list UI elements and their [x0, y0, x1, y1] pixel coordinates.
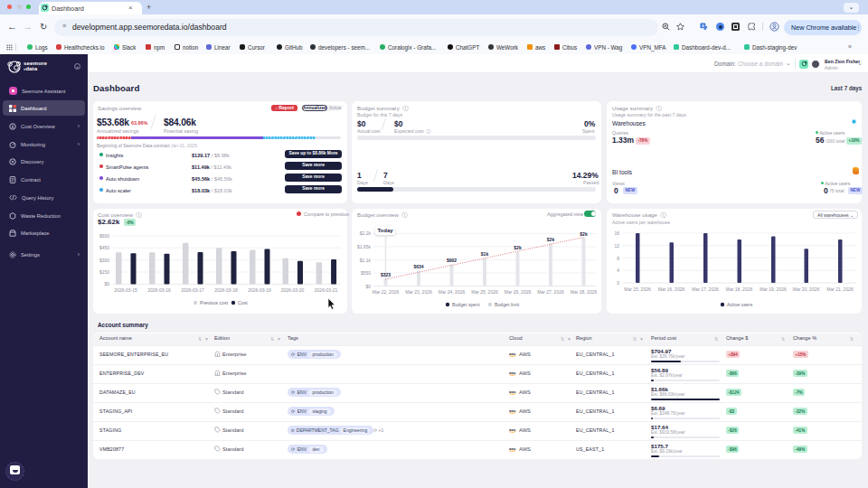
svg-text:a: a [702, 23, 704, 28]
svg-text:16: 16 [614, 230, 619, 236]
svg-text:0: 0 [617, 280, 619, 286]
svg-text:Budget limit: Budget limit [495, 302, 520, 307]
svg-text:aws: aws [509, 427, 516, 432]
svg-text:$634: $634 [413, 264, 423, 269]
svg-text:Mar 16, 2026: Mar 16, 2026 [658, 286, 685, 292]
svg-text:$2k: $2k [514, 245, 522, 250]
svg-text:2026-03-16: 2026-03-16 [147, 287, 171, 293]
svg-text:2026-03-17: 2026-03-17 [181, 287, 204, 293]
svg-text:$0: $0 [365, 284, 371, 289]
svg-text:2026-03-20: 2026-03-20 [281, 287, 305, 293]
svg-text:$150: $150 [99, 269, 109, 275]
svg-text:Mar 19, 2026: Mar 19, 2026 [760, 286, 787, 292]
svg-text:Mar 18, 2026: Mar 18, 2026 [726, 286, 753, 292]
svg-text:$1.65k: $1.65k [357, 244, 372, 249]
svg-text:aws: aws [509, 446, 516, 451]
svg-text:Mar 21, 2026: Mar 21, 2026 [826, 286, 854, 292]
svg-text:$550: $550 [361, 270, 371, 276]
svg-text:Mar 15, 2026: Mar 15, 2026 [624, 286, 651, 292]
svg-text:Mar 20, 2026: Mar 20, 2026 [793, 286, 820, 292]
svg-text:$2k: $2k [580, 231, 588, 237]
svg-text:$1.1k: $1.1k [360, 258, 372, 263]
svg-text:Cost: Cost [238, 300, 248, 305]
svg-text:Mar 23, 2026: Mar 23, 2026 [405, 289, 432, 295]
svg-text:Previous cost: Previous cost [200, 300, 229, 305]
svg-text:$902: $902 [447, 258, 457, 263]
svg-text:Mar 27, 2026: Mar 27, 2026 [537, 289, 564, 295]
svg-text:$2k: $2k [547, 237, 555, 242]
svg-text:Mar 28, 2026: Mar 28, 2026 [571, 289, 598, 295]
svg-text:$450: $450 [99, 245, 109, 250]
svg-text:Mar 17, 2026: Mar 17, 2026 [692, 286, 719, 292]
svg-text:aws: aws [509, 352, 516, 356]
svg-text:2026-03-21: 2026-03-21 [315, 287, 338, 293]
svg-text:2026-03-15: 2026-03-15 [114, 287, 137, 293]
svg-text:$600: $600 [99, 233, 109, 239]
svg-text:aws: aws [509, 371, 516, 375]
svg-text:Mar 25, 2026: Mar 25, 2026 [471, 289, 498, 295]
svg-text:Mar 22, 2026: Mar 22, 2026 [373, 289, 400, 295]
svg-text:2026-03-18: 2026-03-18 [214, 287, 238, 293]
svg-text:aws: aws [509, 408, 516, 413]
svg-text:2026-03-19: 2026-03-19 [248, 287, 271, 293]
svg-text:$2.2k: $2.2k [360, 230, 372, 236]
svg-text:12: 12 [614, 243, 619, 249]
svg-text:Mar 26, 2026: Mar 26, 2026 [505, 289, 532, 295]
svg-text:$1k: $1k [481, 251, 489, 257]
svg-text:$0: $0 [104, 281, 109, 286]
svg-text:Mar 24, 2026: Mar 24, 2026 [439, 289, 466, 295]
svg-text:Budget spent: Budget spent [452, 302, 480, 307]
svg-text:$323: $323 [381, 272, 391, 277]
svg-text:aws: aws [509, 389, 516, 394]
svg-text:8: 8 [617, 256, 619, 261]
svg-text:$300: $300 [99, 258, 109, 263]
svg-text:Active users: Active users [727, 302, 753, 307]
svg-text:4: 4 [617, 267, 619, 273]
